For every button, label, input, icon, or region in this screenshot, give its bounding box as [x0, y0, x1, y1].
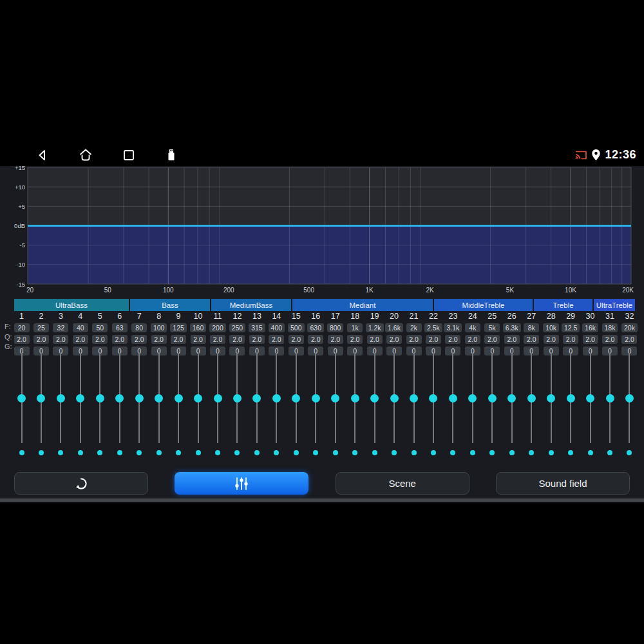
gain-slider-knob[interactable] — [37, 394, 45, 402]
gain-slider-knob[interactable] — [586, 394, 594, 402]
freq-value[interactable]: 630 — [307, 323, 324, 332]
q-value[interactable]: 2.0 — [229, 335, 245, 344]
band-segment-treble[interactable]: Treble — [534, 299, 592, 311]
q-value[interactable]: 2.0 — [602, 335, 618, 344]
band-segment-mediant[interactable]: Mediant — [292, 299, 433, 311]
freq-value[interactable]: 32 — [53, 323, 68, 332]
gain-slider-knob[interactable] — [135, 394, 144, 402]
band-segment-middletreble[interactable]: MiddleTreble — [434, 299, 533, 311]
freq-value[interactable]: 400 — [269, 323, 285, 332]
q-value[interactable]: 2.0 — [484, 335, 500, 344]
gain-slider-knob[interactable] — [76, 394, 84, 402]
gain-slider-knob[interactable] — [57, 394, 65, 402]
gain-slider-knob[interactable] — [155, 394, 163, 402]
gain-slider-knob[interactable] — [625, 394, 634, 402]
freq-value[interactable]: 250 — [229, 323, 246, 332]
q-value[interactable]: 2.0 — [563, 335, 578, 344]
band-segment-ultrabass[interactable]: UltraBass — [14, 299, 129, 311]
gain-slider-knob[interactable] — [115, 394, 124, 402]
q-value[interactable]: 2.0 — [249, 335, 265, 344]
gain-slider-knob[interactable] — [449, 394, 457, 402]
gain-slider-knob[interactable] — [507, 394, 516, 402]
q-value[interactable]: 2.0 — [92, 335, 108, 344]
gain-slider-knob[interactable] — [390, 394, 399, 402]
freq-value[interactable]: 8k — [524, 323, 539, 332]
freq-value[interactable]: 10k — [543, 323, 559, 332]
freq-value[interactable]: 2k — [406, 323, 422, 332]
q-value[interactable]: 2.0 — [544, 335, 559, 344]
gain-slider-knob[interactable] — [410, 394, 418, 402]
gain-slider-knob[interactable] — [292, 394, 300, 402]
freq-value[interactable]: 315 — [249, 323, 265, 332]
reset-button[interactable] — [14, 472, 148, 495]
gain-slider-knob[interactable] — [567, 394, 575, 402]
q-value[interactable]: 2.0 — [151, 335, 167, 344]
q-value[interactable]: 2.0 — [308, 335, 323, 344]
freq-value[interactable]: 1.2k — [366, 323, 384, 332]
q-value[interactable]: 2.0 — [73, 335, 88, 344]
q-value[interactable]: 2.0 — [14, 335, 30, 344]
equalizer-button[interactable] — [175, 472, 308, 495]
q-value[interactable]: 2.0 — [269, 335, 284, 344]
freq-value[interactable]: 20 — [14, 323, 30, 332]
freq-value[interactable]: 16k — [582, 323, 598, 332]
gain-slider-knob[interactable] — [370, 394, 379, 402]
gain-slider-knob[interactable] — [527, 394, 536, 402]
freq-value[interactable]: 200 — [209, 323, 226, 332]
q-value[interactable]: 2.0 — [328, 335, 343, 344]
freq-value[interactable]: 63 — [112, 323, 128, 332]
q-value[interactable]: 2.0 — [53, 335, 68, 344]
back-button[interactable] — [35, 147, 50, 163]
freq-value[interactable]: 125 — [170, 323, 187, 332]
band-segment-bass[interactable]: Bass — [130, 299, 210, 311]
freq-value[interactable]: 500 — [288, 323, 305, 332]
freq-value[interactable]: 20k — [621, 323, 638, 332]
freq-value[interactable]: 160 — [190, 323, 207, 332]
freq-value[interactable]: 1k — [347, 323, 363, 332]
gain-slider-knob[interactable] — [252, 394, 261, 402]
gain-slider-knob[interactable] — [606, 394, 614, 402]
gain-slider-knob[interactable] — [17, 394, 26, 402]
gain-slider-knob[interactable] — [272, 394, 281, 402]
freq-value[interactable]: 18k — [602, 323, 618, 332]
freq-value[interactable]: 100 — [151, 323, 167, 332]
home-button[interactable] — [78, 147, 93, 163]
freq-value[interactable]: 800 — [327, 323, 344, 332]
q-value[interactable]: 2.0 — [621, 335, 637, 344]
gain-slider-knob[interactable] — [331, 394, 339, 402]
band-segment-ultratreble[interactable]: UltraTreble — [594, 299, 635, 311]
q-value[interactable]: 2.0 — [112, 335, 128, 344]
q-value[interactable]: 2.0 — [426, 335, 441, 344]
gain-slider-knob[interactable] — [312, 394, 320, 402]
gain-slider-knob[interactable] — [429, 394, 437, 402]
q-value[interactable]: 2.0 — [210, 335, 225, 344]
freq-value[interactable]: 3.1k — [444, 323, 462, 332]
q-value[interactable]: 2.0 — [504, 335, 520, 344]
q-value[interactable]: 2.0 — [289, 335, 304, 344]
gain-slider-knob[interactable] — [175, 394, 183, 402]
q-value[interactable]: 2.0 — [33, 335, 49, 344]
gain-slider-knob[interactable] — [468, 394, 477, 402]
sound-field-button[interactable]: Sound field — [496, 472, 630, 495]
gain-slider-knob[interactable] — [351, 394, 359, 402]
band-segment-mediumbass[interactable]: MediumBass — [211, 299, 291, 311]
freq-value[interactable]: 40 — [73, 323, 88, 332]
freq-value[interactable]: 80 — [131, 323, 147, 332]
freq-value[interactable]: 25 — [33, 323, 49, 332]
gain-slider-knob[interactable] — [488, 394, 497, 402]
freq-value[interactable]: 2.5k — [424, 323, 442, 332]
freq-value[interactable]: 12.5 — [562, 323, 580, 332]
freq-value[interactable]: 1.6k — [385, 323, 403, 332]
q-value[interactable]: 2.0 — [131, 335, 147, 344]
q-value[interactable]: 2.0 — [191, 335, 206, 344]
freq-value[interactable]: 50 — [92, 323, 108, 332]
gain-slider-knob[interactable] — [214, 394, 222, 402]
q-value[interactable]: 2.0 — [583, 335, 598, 344]
q-value[interactable]: 2.0 — [406, 335, 422, 344]
gain-slider-knob[interactable] — [233, 394, 242, 402]
q-value[interactable]: 2.0 — [171, 335, 186, 344]
freq-value[interactable]: 6.3k — [503, 323, 521, 332]
freq-value[interactable]: 5k — [484, 323, 500, 332]
q-value[interactable]: 2.0 — [347, 335, 363, 344]
usb-button[interactable] — [164, 147, 179, 163]
